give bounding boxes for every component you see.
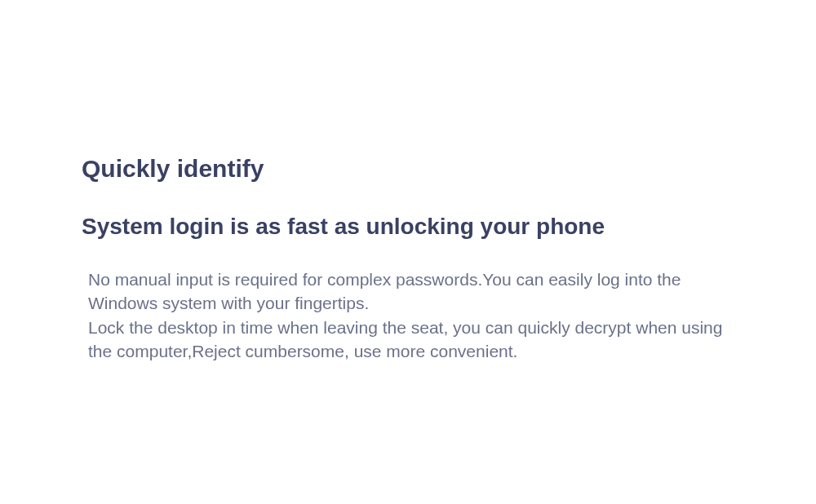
heading-subtitle: System login is as fast as unlocking you…	[82, 214, 743, 240]
content-block: Quickly identify System login is as fast…	[82, 155, 743, 364]
heading-title: Quickly identify	[82, 155, 743, 183]
body-paragraph: No manual input is required for complex …	[88, 267, 743, 364]
